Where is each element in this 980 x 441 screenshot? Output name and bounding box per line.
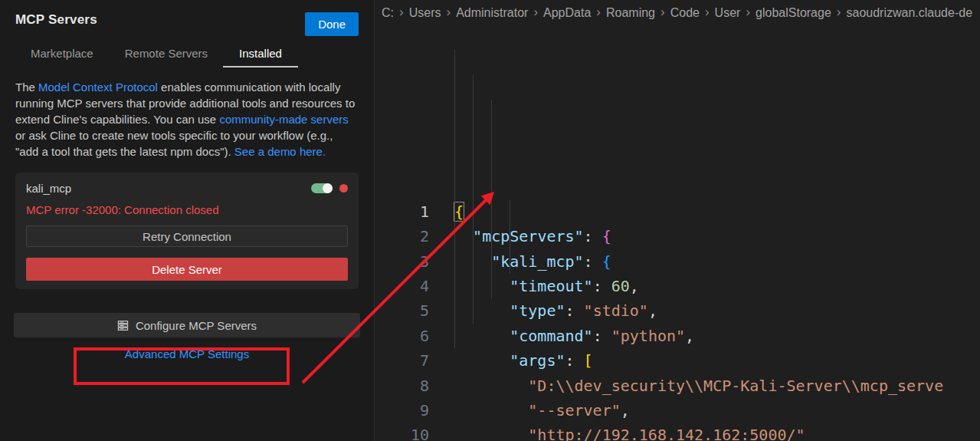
breadcrumb: C:›Users›Administrator›AppData›Roaming›C… <box>375 0 980 25</box>
code-line-text: "D:\\dev_security\\MCP-Kali-Server\\mcp_… <box>429 374 943 398</box>
chevron-right-icon: › <box>660 5 665 18</box>
breadcrumb-item[interactable]: Users <box>409 6 441 20</box>
code-line[interactable]: 9 "--server", <box>375 398 980 423</box>
line-number: 5 <box>375 298 429 323</box>
breadcrumb-item[interactable]: globalStorage <box>755 6 831 20</box>
server-enabled-toggle[interactable] <box>311 183 333 193</box>
line-number: 3 <box>375 249 429 274</box>
line-number: 10 <box>375 423 429 441</box>
advanced-mcp-settings-link[interactable]: Advanced MCP Settings <box>0 347 374 360</box>
code-line[interactable]: 10 "http://192.168.142.162:5000/" <box>375 423 980 441</box>
code-line[interactable]: 8 "D:\\dev_security\\MCP-Kali-Server\\mc… <box>375 374 980 398</box>
tab-installed[interactable]: Installed <box>239 47 282 67</box>
breadcrumb-item[interactable]: Code <box>670 6 700 20</box>
code-line[interactable]: 6 "command": "python", <box>375 324 980 348</box>
line-number: 4 <box>375 274 429 298</box>
app-window: MCP Servers Done MarketplaceRemote Serve… <box>0 0 980 441</box>
code-line[interactable]: 7 "args": [ <box>375 348 980 373</box>
breadcrumb-item[interactable]: C: <box>382 6 394 20</box>
chevron-right-icon: › <box>596 5 601 18</box>
breadcrumb-item[interactable]: saoudrizwan.claude-de <box>846 6 972 20</box>
code-line-text: "--server", <box>429 398 630 423</box>
code-line[interactable]: 3 "kali_mcp": { <box>375 249 980 274</box>
configure-mcp-servers-button[interactable]: Configure MCP Servers <box>14 313 360 337</box>
code-line-text: "kali_mcp": { <box>429 249 611 274</box>
code-area[interactable]: 1{2 "mcpServers": {3 "kali_mcp": {4 "tim… <box>375 25 980 441</box>
toggle-knob <box>323 183 333 193</box>
code-line-text: "type": "stdio", <box>429 298 657 323</box>
breadcrumb-item[interactable]: User <box>715 6 741 20</box>
breadcrumb-item[interactable]: Administrator <box>456 6 528 20</box>
breadcrumb-item[interactable]: Roaming <box>606 6 655 20</box>
code-line[interactable]: 1{ <box>375 199 980 224</box>
tab-bar: MarketplaceRemote ServersInstalled <box>0 47 374 67</box>
code-line[interactable]: 5 "type": "stdio", <box>375 298 980 323</box>
chevron-right-icon: › <box>705 5 710 18</box>
done-button[interactable]: Done <box>305 12 359 36</box>
server-error-message: MCP error -32000: Connection closed <box>26 203 348 216</box>
configure-mcp-servers-label: Configure MCP Servers <box>136 319 257 332</box>
line-number: 8 <box>375 374 429 398</box>
server-rack-icon <box>117 320 129 331</box>
panel-header: MCP Servers Done <box>0 0 374 28</box>
breadcrumb-item[interactable]: AppData <box>543 6 591 20</box>
chevron-right-icon: › <box>837 5 841 18</box>
delete-server-button[interactable]: Delete Server <box>26 258 348 281</box>
description-text: The <box>15 81 38 94</box>
server-card-header: kali_mcp <box>26 182 348 195</box>
retry-connection-button[interactable]: Retry Connection <box>26 225 348 247</box>
chevron-right-icon: › <box>399 5 404 18</box>
code-line-text: "timeout": 60, <box>429 274 639 298</box>
server-name: kali_mcp <box>26 182 71 195</box>
line-number: 9 <box>375 398 429 423</box>
line-number: 6 <box>375 324 429 348</box>
description-link[interactable]: See a demo here. <box>234 145 326 158</box>
settings-json-editor: C:›Users›Administrator›AppData›Roaming›C… <box>375 0 980 441</box>
chevron-right-icon: › <box>446 5 451 18</box>
line-number: 7 <box>375 348 429 373</box>
server-card: kali_mcp MCP error -32000: Connection cl… <box>15 173 359 289</box>
chevron-right-icon: › <box>533 5 538 18</box>
code-line[interactable]: 4 "timeout": 60, <box>375 274 980 298</box>
tab-remote-servers[interactable]: Remote Servers <box>125 47 208 67</box>
line-number: 1 <box>375 199 429 224</box>
code-line[interactable]: 2 "mcpServers": { <box>375 224 980 248</box>
chevron-right-icon: › <box>746 5 750 18</box>
code-line-text: { <box>429 199 464 224</box>
mcp-description: The Model Context Protocol enables commu… <box>15 79 359 160</box>
mcp-servers-panel: MCP Servers Done MarketplaceRemote Serve… <box>0 0 375 441</box>
tab-marketplace[interactable]: Marketplace <box>31 47 93 67</box>
code-line-text: "args": [ <box>429 348 593 373</box>
code-line-text: "mcpServers": { <box>429 224 611 248</box>
description-link[interactable]: Model Context Protocol <box>38 81 158 94</box>
server-status-dot-icon <box>339 184 348 193</box>
code-line-text: "command": "python", <box>429 324 694 348</box>
code-line-text: "http://192.168.142.162:5000/" <box>429 423 805 441</box>
line-number: 2 <box>375 224 429 248</box>
description-link[interactable]: community-made servers <box>219 113 348 126</box>
